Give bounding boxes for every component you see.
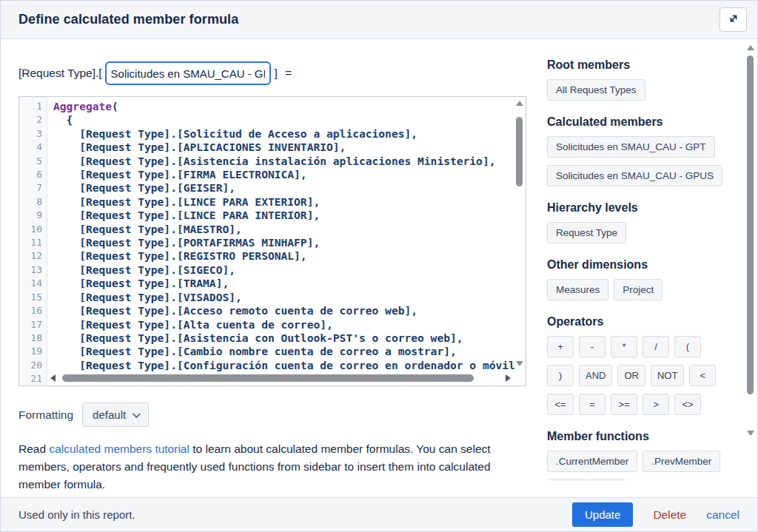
main-column: [Request Type].[ ] = 1234567891011121314… xyxy=(1,39,531,497)
operator-chip[interactable]: < xyxy=(689,365,716,386)
code-area[interactable]: Aggregate( { [Request Type].[Solicitud d… xyxy=(47,97,526,385)
code-text: [Request Type].[Solicitud de Acceso a ap… xyxy=(53,127,417,140)
editor-vertical-scrollbar[interactable] xyxy=(514,98,525,371)
dialog-header: Define calculated member formula xyxy=(1,1,757,39)
operator-chip[interactable]: + xyxy=(547,336,574,357)
scroll-up-arrow-icon[interactable] xyxy=(747,45,754,50)
keyword-token: Aggregate xyxy=(53,100,112,112)
code-line: [Request Type].[VISADOS], xyxy=(53,291,526,304)
line-number: 14 xyxy=(19,277,47,290)
section-calculated-members: Calculated members Solicitudes en SMAU_C… xyxy=(547,115,729,194)
code-text: [Request Type].[APLICACIONES INVENTARIO]… xyxy=(53,141,346,153)
scroll-right-arrow-icon[interactable] xyxy=(506,374,511,382)
dialog-title: Define calculated member formula xyxy=(19,12,238,27)
tutorial-link[interactable]: calculated members tutorial xyxy=(49,442,190,455)
line-number: 5 xyxy=(19,155,47,168)
operator-chip[interactable]: <= xyxy=(547,394,574,415)
operator-chip[interactable]: * xyxy=(611,336,637,357)
section-hierarchy-levels: Hierarchy levels Request Type xyxy=(547,201,729,251)
code-line: [Request Type].[PORTAFIRMAS MINHAFP], xyxy=(53,236,526,249)
dimension-chip[interactable]: Project xyxy=(614,279,663,300)
member-chip[interactable]: Solicitudes en SMAU_CAU - GPT xyxy=(547,136,715,158)
line-number: 9 xyxy=(19,209,47,222)
expand-diagonal-icon xyxy=(728,13,739,27)
delete-link[interactable]: Delete xyxy=(653,508,686,522)
chip-list: All Request Types xyxy=(547,79,729,108)
code-text: [Request Type].[MAESTRO], xyxy=(53,223,242,235)
usage-note: Used only in this report. xyxy=(19,508,135,521)
section-title: Calculated members xyxy=(547,115,729,129)
line-number: 16 xyxy=(19,304,47,317)
operator-chip[interactable]: / xyxy=(643,336,669,357)
line-number: 1 xyxy=(19,100,47,113)
line-number: 19 xyxy=(19,345,47,358)
line-number: 15 xyxy=(19,291,47,304)
section-title: Other dimensions xyxy=(547,258,729,272)
calculated-member-dialog: Define calculated member formula [Reques… xyxy=(0,0,758,532)
member-name-close-bracket: ] xyxy=(275,67,278,80)
function-chip[interactable]: ParallelPeriod xyxy=(547,479,627,480)
scroll-left-arrow-icon[interactable] xyxy=(50,374,56,382)
code-line: [Request Type].[FIRMA ELECTRONICA], xyxy=(53,168,526,181)
operator-chip[interactable]: >= xyxy=(611,394,637,415)
section-title: Operators xyxy=(547,315,729,329)
help-paragraph: Read calculated members tutorial to lear… xyxy=(19,440,520,494)
line-number: 2 xyxy=(19,113,47,127)
code-text: [Request Type].[TRAMA], xyxy=(53,277,229,289)
operator-chip[interactable]: ) xyxy=(547,365,574,386)
formatting-label: Formatting xyxy=(19,408,73,422)
operator-chip[interactable]: ( xyxy=(674,336,701,357)
operator-chip[interactable]: = xyxy=(579,394,606,415)
sidebar-scrollbar[interactable] xyxy=(745,45,756,436)
level-chip[interactable]: Request Type xyxy=(547,222,626,243)
scroll-up-arrow-icon[interactable] xyxy=(516,101,523,106)
code-line: [Request Type].[MAESTRO], xyxy=(53,223,526,236)
line-number: 11 xyxy=(19,236,47,249)
member-chip[interactable]: Solicitudes en SMAU_CAU - GPUS xyxy=(547,165,722,186)
code-text: [Request Type].[Cambio nombre cuenta de … xyxy=(53,345,457,357)
line-number: 13 xyxy=(19,263,47,277)
line-number: 21 xyxy=(19,372,47,385)
code-text: [Request Type].[LINCE PARA EXTERIOR], xyxy=(53,195,320,208)
horizontal-scroll-thumb[interactable] xyxy=(62,374,474,382)
editor-horizontal-scrollbar[interactable] xyxy=(50,373,512,383)
formula-code-editor[interactable]: 123456789101112131415161718192021 Aggreg… xyxy=(19,96,526,386)
dialog-footer: Used only in this report. Update Delete … xyxy=(1,497,757,531)
vertical-scroll-thumb[interactable] xyxy=(516,117,523,186)
scroll-down-arrow-icon[interactable] xyxy=(516,361,523,366)
code-text: [Request Type].[REGISTRO PERSONAL], xyxy=(53,249,307,262)
operator-chip[interactable]: OR xyxy=(617,365,645,386)
dimension-chip[interactable]: Measures xyxy=(547,279,608,300)
line-number: 3 xyxy=(19,127,47,141)
code-line: { xyxy=(53,113,526,127)
operator-chip[interactable]: <> xyxy=(674,394,701,415)
footer-actions: Update Delete cancel xyxy=(572,502,739,527)
chevron-down-icon xyxy=(133,409,141,417)
scroll-down-arrow-icon[interactable] xyxy=(747,431,754,436)
formatting-dropdown[interactable]: default xyxy=(82,403,149,427)
expand-button[interactable] xyxy=(720,7,747,32)
code-line: [Request Type].[Acceso remoto cuenta de … xyxy=(53,304,526,317)
operator-chip[interactable]: - xyxy=(579,336,606,357)
chip-list: Request Type xyxy=(547,222,729,251)
code-text: [Request Type].[Alta cuenta de correo], xyxy=(53,318,333,331)
update-button[interactable]: Update xyxy=(572,502,633,527)
sidebar-scroll-thumb[interactable] xyxy=(747,55,754,394)
member-name-input[interactable] xyxy=(105,61,271,85)
code-line: [Request Type].[REGISTRO PERSONAL], xyxy=(53,249,526,263)
cancel-link[interactable]: cancel xyxy=(706,508,739,522)
code-text: [Request Type].[Configuración cuenta de … xyxy=(53,359,515,371)
line-number: 18 xyxy=(19,331,47,345)
code-text: [Request Type].[GEISER], xyxy=(53,181,235,194)
operator-chip[interactable]: AND xyxy=(579,365,612,386)
function-chip[interactable]: .CurrentMember xyxy=(547,451,637,472)
operator-chip[interactable]: NOT xyxy=(651,365,684,386)
member-chip[interactable]: All Request Types xyxy=(547,79,645,101)
section-title: Hierarchy levels xyxy=(547,201,729,215)
sidebar-content: Root members All Request Types Calculate… xyxy=(547,58,729,480)
line-number: 17 xyxy=(19,318,47,331)
code-line: [Request Type].[LINCE PARA INTERIOR], xyxy=(53,209,526,222)
line-number-gutter: 123456789101112131415161718192021 xyxy=(19,97,47,385)
function-chip[interactable]: .PrevMember xyxy=(643,451,720,472)
operator-chip[interactable]: > xyxy=(643,394,669,415)
